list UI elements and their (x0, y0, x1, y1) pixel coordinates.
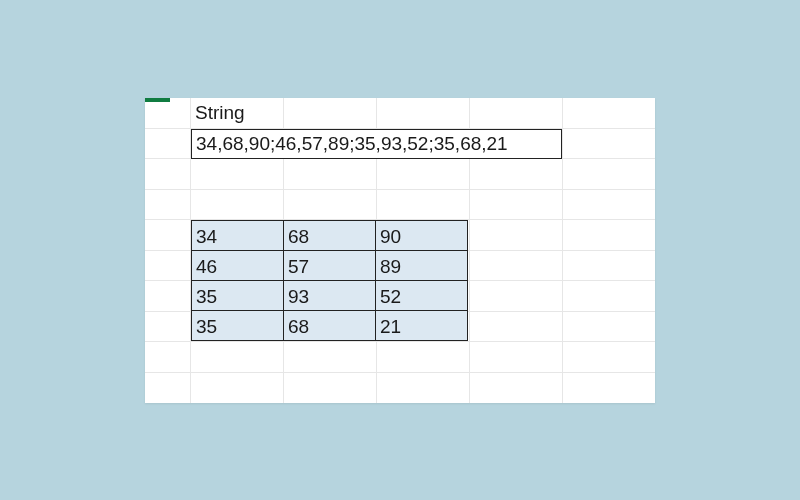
matrix-row: 46 57 89 (192, 250, 468, 280)
spreadsheet-area[interactable]: String 34,68,90;46,57,89;35,93,52;35,68,… (145, 98, 655, 403)
matrix-cell[interactable]: 68 (284, 220, 376, 250)
matrix-cell[interactable]: 68 (284, 310, 376, 340)
result-matrix: 34 68 90 46 57 89 35 93 52 35 68 21 (191, 220, 468, 341)
matrix-cell[interactable]: 46 (192, 250, 284, 280)
matrix-row: 35 93 52 (192, 280, 468, 310)
string-header-label: String (195, 102, 245, 124)
matrix-cell[interactable]: 90 (376, 220, 468, 250)
string-value-cell[interactable]: 34,68,90;46,57,89;35,93,52;35,68,21 (191, 129, 562, 159)
matrix-cell[interactable]: 21 (376, 310, 468, 340)
matrix-cell[interactable]: 93 (284, 280, 376, 310)
matrix-cell[interactable]: 89 (376, 250, 468, 280)
matrix-cell[interactable]: 35 (192, 310, 284, 340)
matrix-cell[interactable]: 34 (192, 220, 284, 250)
matrix-row: 34 68 90 (192, 220, 468, 250)
active-cell-indicator (145, 98, 170, 102)
matrix-row: 35 68 21 (192, 310, 468, 340)
matrix-cell[interactable]: 35 (192, 280, 284, 310)
matrix-cell[interactable]: 57 (284, 250, 376, 280)
matrix-cell[interactable]: 52 (376, 280, 468, 310)
